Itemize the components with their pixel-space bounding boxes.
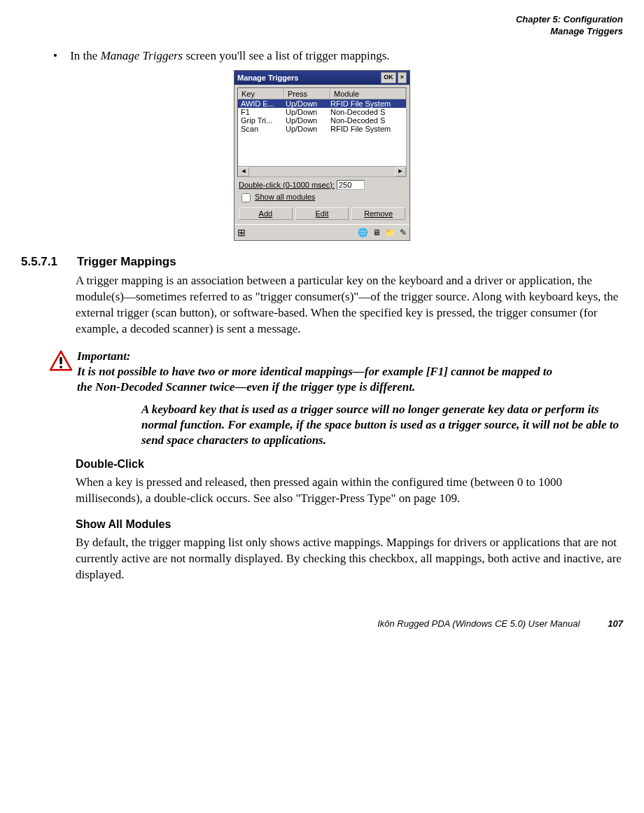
intro-text-em: Manage Triggers [101, 49, 183, 62]
paragraph-double-click: When a key is pressed and released, then… [76, 475, 623, 507]
intro-bullet: • In the Manage Triggers screen you'll s… [53, 49, 623, 63]
taskbar: ⊞ 🌐 🖥 📁 ✎ [234, 224, 410, 240]
table-row[interactable]: Scan Up/Down RFID File System [238, 125, 406, 133]
window-titlebar: Manage Triggers OK × [234, 71, 410, 85]
double-click-input[interactable] [337, 180, 365, 190]
manage-triggers-window: Manage Triggers OK × Key Press Module AW… [234, 70, 410, 241]
show-all-label: Show all modules [255, 193, 315, 201]
svg-rect-0 [59, 357, 62, 364]
double-click-row: Double-click (0-1000 msec): [239, 180, 405, 190]
intro-text-pre: In the [70, 49, 100, 62]
warning-icon [49, 349, 77, 449]
subheading-show-all: Show All Modules [76, 518, 623, 531]
double-click-label: Double-click (0-1000 msec): [239, 181, 335, 189]
close-button[interactable]: × [398, 72, 407, 83]
start-icon[interactable]: ⊞ [237, 227, 246, 238]
table-row[interactable]: F1 Up/Down Non-Decoded S [238, 108, 406, 116]
subheading-double-click: Double-Click [76, 458, 623, 471]
remove-button[interactable]: Remove [351, 207, 405, 220]
header-section: Manage Triggers [21, 26, 623, 38]
list-header: Key Press Module [238, 88, 406, 99]
tray-pencil-icon[interactable]: ✎ [400, 228, 407, 237]
screenshot-figure: Manage Triggers OK × Key Press Module AW… [21, 70, 623, 241]
tray-monitor-icon[interactable]: 🖥 [372, 228, 381, 237]
tray-folder-icon[interactable]: 📁 [385, 228, 396, 237]
tray-globe-icon[interactable]: 🌐 [358, 228, 368, 237]
ok-button[interactable]: OK [381, 72, 396, 83]
important-label: Important: [77, 349, 141, 364]
window-title: Manage Triggers [237, 74, 379, 82]
important-para2: A keyboard key that is used as a trigger… [141, 402, 623, 448]
footer-title: Ikôn Rugged PDA (Windows CE 5.0) User Ma… [377, 618, 580, 629]
table-row[interactable]: Grip Tri... Up/Down Non-Decoded S [238, 116, 406, 125]
section-title: Trigger Mappings [77, 255, 176, 269]
col-key[interactable]: Key [238, 88, 284, 99]
important-block: Important:It is not possible to have two… [49, 349, 623, 449]
table-row[interactable]: AWID E... Up/Down RFID File System [238, 99, 406, 108]
scroll-right-icon[interactable]: ► [395, 167, 406, 176]
section-heading: 5.5.7.1 Trigger Mappings [21, 255, 623, 269]
col-press[interactable]: Press [284, 88, 330, 99]
paragraph-show-all: By default, the trigger mapping list onl… [76, 535, 623, 583]
page-footer: Ikôn Rugged PDA (Windows CE 5.0) User Ma… [21, 618, 623, 629]
scroll-left-icon[interactable]: ◄ [238, 167, 249, 176]
edit-button[interactable]: Edit [295, 207, 349, 220]
show-all-checkbox[interactable] [241, 193, 251, 202]
svg-rect-1 [59, 366, 62, 368]
add-button[interactable]: Add [239, 207, 293, 220]
show-all-row: Show all modules [239, 191, 405, 204]
header-chapter: Chapter 5: Configuration [21, 14, 623, 26]
page-header: Chapter 5: Configuration Manage Triggers [21, 14, 623, 38]
mappings-list[interactable]: Key Press Module AWID E... Up/Down RFID … [237, 88, 407, 177]
col-module[interactable]: Module [330, 88, 406, 99]
important-para1: It is not possible to have two or more i… [77, 364, 567, 395]
section-number: 5.5.7.1 [21, 255, 57, 269]
horizontal-scrollbar[interactable]: ◄ ► [238, 166, 406, 176]
bullet-icon: • [53, 49, 57, 62]
intro-text-post: screen you'll see a list of trigger mapp… [183, 49, 389, 62]
page-number: 107 [608, 618, 623, 629]
paragraph-trigger-mappings: A trigger mapping is an association betw… [76, 273, 623, 338]
